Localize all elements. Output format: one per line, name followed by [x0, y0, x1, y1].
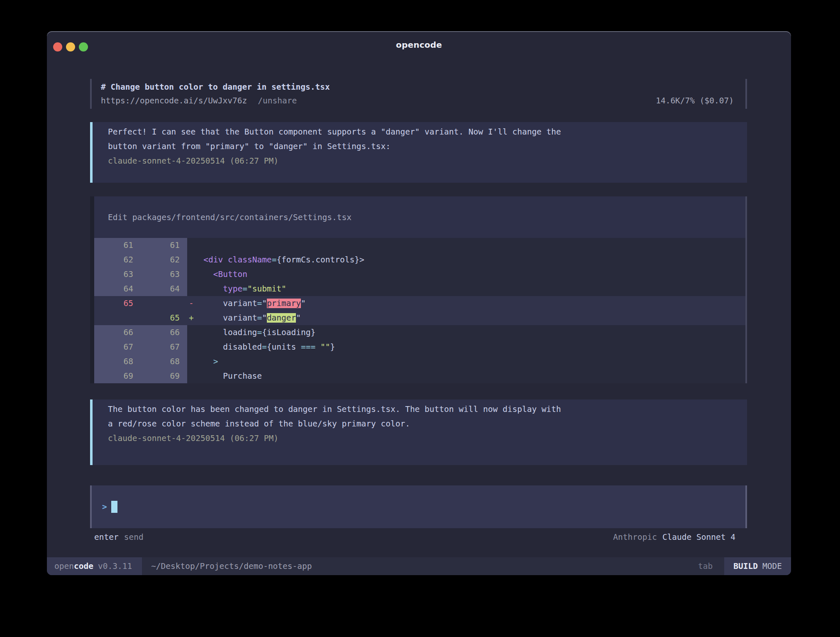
edit-tool-title: Edit packages/frontend/src/containers/Se…: [94, 196, 745, 238]
prompt-input[interactable]: >: [90, 485, 747, 528]
brand-code: code: [74, 557, 93, 575]
share-url[interactable]: https://opencode.ai/s/UwJxv76z: [101, 94, 247, 108]
gutter-line-number-new: 61: [141, 238, 187, 252]
message-line: Perfect! I can see that the Button compo…: [108, 125, 735, 139]
session-header: # Change button color to danger in setti…: [90, 79, 747, 109]
diff-row: 6363 <Button: [94, 267, 745, 282]
diff-code-line: <Button: [187, 267, 247, 282]
titlebar: opencode: [47, 31, 791, 55]
diff-code-line: [187, 238, 189, 252]
diff-view: 61616262 <div className={formCs.controls…: [94, 238, 745, 383]
gutter-line-number-new: 67: [141, 340, 187, 354]
diff-code-line: disabled={units === ""}: [187, 340, 335, 354]
session-title: # Change button color to danger in setti…: [101, 80, 745, 94]
message-text: Perfect! I can see that the Button compo…: [108, 125, 735, 154]
model-label: Claude Sonnet 4: [662, 531, 735, 544]
edit-tool-card: Edit packages/frontend/src/containers/Se…: [90, 196, 747, 383]
mode-indicator: BUILDMODE: [724, 557, 791, 575]
gutter-line-number-old: 68: [94, 354, 141, 369]
app-brand: opencodev0.3.11: [47, 557, 142, 575]
diff-code-line: - variant="primary": [187, 296, 306, 311]
app-window: opencode # Change button color to danger…: [47, 31, 791, 575]
mode-name: BUILD: [733, 557, 758, 575]
diff-row: 65+ variant="danger": [94, 311, 745, 325]
gutter-line-number-old: 67: [94, 340, 141, 354]
provider-label: Anthropic: [613, 531, 657, 544]
diff-code-line: <div className={formCs.controls}>: [187, 252, 364, 267]
diff-code-line: Purchase: [187, 369, 262, 383]
window-title: opencode: [47, 40, 791, 50]
model-meta: claude-sonnet-4-20250514 (06:27 PM): [108, 431, 735, 446]
diff-code-line: type="submit": [187, 282, 286, 296]
gutter-line-number-new: 65: [141, 311, 187, 325]
gutter-line-number-new: 66: [141, 325, 187, 340]
message-line: The button color has been changed to dan…: [108, 402, 735, 416]
mode-word: MODE: [762, 557, 782, 575]
brand-open: open: [54, 557, 74, 575]
diff-code-line: >: [187, 354, 218, 369]
app-version: v0.3.11: [98, 557, 132, 575]
diff-row: 6666 loading={isLoading}: [94, 325, 745, 340]
prompt-symbol: >: [102, 502, 107, 512]
gutter-line-number-old: 63: [94, 267, 141, 282]
send-action-hint: send: [124, 531, 144, 544]
gutter-line-number-new: 64: [141, 282, 187, 296]
gutter-line-number-new: 68: [141, 354, 187, 369]
gutter-line-number-old: 64: [94, 282, 141, 296]
working-directory: ~/Desktop/Projects/demo-notes-app: [151, 557, 312, 575]
gutter-line-number-old: 61: [94, 238, 141, 252]
message-line: a red/rose color scheme instead of the b…: [108, 416, 735, 431]
diff-row: 6262 <div className={formCs.controls}>: [94, 252, 745, 267]
diff-row: 6464 type="submit": [94, 282, 745, 296]
diff-row: 65- variant="primary": [94, 296, 745, 311]
enter-key-hint: enter: [94, 531, 119, 544]
tab-key-hint: tab: [698, 557, 713, 575]
diff-row: 6767 disabled={units === ""}: [94, 340, 745, 354]
status-bar: opencodev0.3.11 ~/Desktop/Projects/demo-…: [47, 557, 791, 575]
text-cursor: [111, 501, 117, 513]
gutter-line-number-new: 62: [141, 252, 187, 267]
diff-row: 6161: [94, 238, 745, 252]
gutter-line-number-new: [141, 296, 187, 311]
assistant-message: Perfect! I can see that the Button compo…: [90, 122, 747, 183]
gutter-line-number-old: 69: [94, 369, 141, 383]
session-subheader: https://opencode.ai/s/UwJxv76z /unshare …: [101, 94, 745, 108]
gutter-line-number-new: 69: [141, 369, 187, 383]
gutter-line-number-new: 63: [141, 267, 187, 282]
gutter-line-number-old: 66: [94, 325, 141, 340]
diff-row: 6969 Purchase: [94, 369, 745, 383]
message-text: The button color has been changed to dan…: [108, 402, 735, 431]
unshare-command[interactable]: /unshare: [258, 94, 297, 108]
message-line: button variant from "primary" to "danger…: [108, 139, 735, 154]
token-usage: 14.6K/7% ($0.07): [656, 94, 745, 108]
diff-row: 6868 >: [94, 354, 745, 369]
assistant-message: The button color has been changed to dan…: [90, 399, 747, 465]
diff-code-line: + variant="danger": [187, 311, 301, 325]
gutter-line-number-old: [94, 311, 141, 325]
diff-code-line: loading={isLoading}: [187, 325, 315, 340]
gutter-line-number-old: 65: [94, 296, 141, 311]
hint-bar: enter send Anthropic Claude Sonnet 4: [94, 531, 735, 544]
model-meta: claude-sonnet-4-20250514 (06:27 PM): [108, 154, 735, 168]
gutter-line-number-old: 62: [94, 252, 141, 267]
